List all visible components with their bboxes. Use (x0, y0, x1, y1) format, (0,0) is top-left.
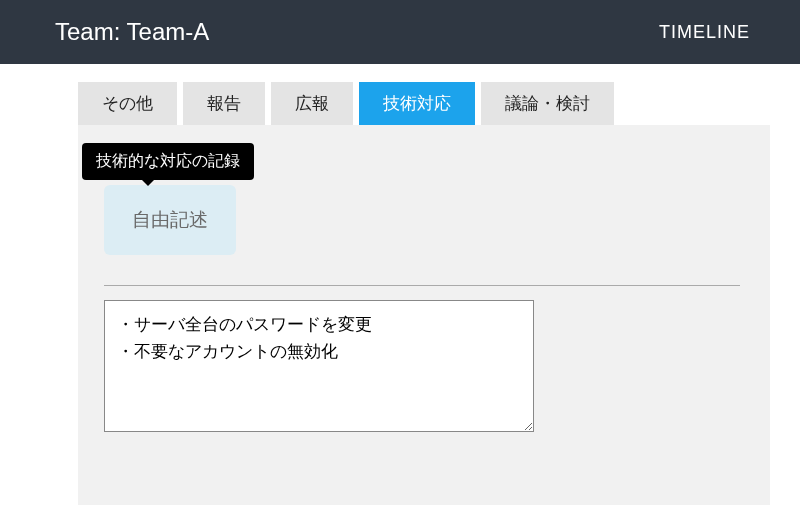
tab-other[interactable]: その他 (78, 82, 177, 125)
timeline-link[interactable]: TIMELINE (659, 22, 750, 43)
tab-report[interactable]: 報告 (183, 82, 265, 125)
panel: 技術的な対応の記録 自由記述 (78, 125, 770, 505)
tab-technical[interactable]: 技術対応 (359, 82, 475, 125)
tooltip: 技術的な対応の記録 (82, 143, 254, 180)
tab-discussion[interactable]: 議論・検討 (481, 82, 614, 125)
page-title: Team: Team-A (55, 18, 209, 46)
subtab-freeform[interactable]: 自由記述 (104, 185, 236, 255)
tab-publicity[interactable]: 広報 (271, 82, 353, 125)
divider (104, 285, 740, 286)
subtab-row: 自由記述 (104, 185, 740, 255)
content: その他 報告 広報 技術対応 議論・検討 技術的な対応の記録 自由記述 (0, 64, 800, 505)
header: Team: Team-A TIMELINE (0, 0, 800, 64)
freeform-textarea[interactable] (104, 300, 534, 432)
tabs: その他 報告 広報 技術対応 議論・検討 (78, 82, 770, 125)
